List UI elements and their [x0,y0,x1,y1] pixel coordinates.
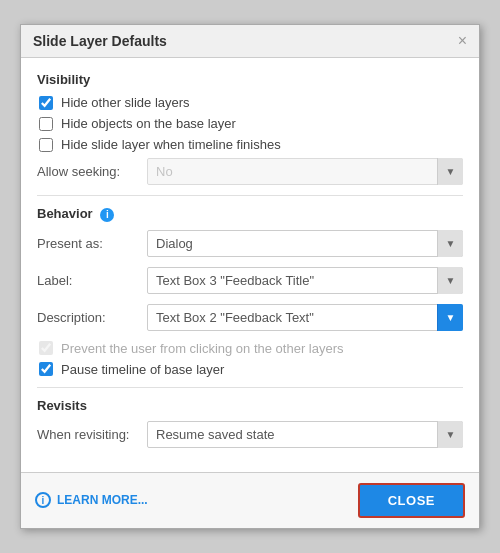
pause-timeline-label: Pause timeline of base layer [61,362,224,377]
description-control: Text Box 2 "Feedback Text" ▼ [147,304,463,331]
checkbox-row-pause-timeline: Pause timeline of base layer [37,362,463,377]
checkbox-row-hide-other: Hide other slide layers [37,95,463,110]
present-as-control: Dialog ▼ [147,230,463,257]
dialog-body: Visibility Hide other slide layers Hide … [21,58,479,472]
when-revisiting-control: Resume saved state ▼ [147,421,463,448]
present-as-select[interactable]: Dialog [147,230,463,257]
divider-1 [37,195,463,196]
allow-seeking-control: No ▼ [147,158,463,185]
hide-objects-label: Hide objects on the base layer [61,116,236,131]
behavior-section-title: Behavior i [37,206,463,222]
label-row: Label: Text Box 3 "Feedback Title" ▼ [37,267,463,294]
allow-seeking-label: Allow seeking: [37,164,147,179]
label-control: Text Box 3 "Feedback Title" ▼ [147,267,463,294]
when-revisiting-label: When revisiting: [37,427,147,442]
when-revisiting-select[interactable]: Resume saved state [147,421,463,448]
hide-when-timeline-label: Hide slide layer when timeline finishes [61,137,281,152]
dialog-header: Slide Layer Defaults × [21,25,479,58]
learn-more-info-icon: i [35,492,51,508]
prevent-clicking-checkbox[interactable] [39,341,53,355]
dialog-footer: i LEARN MORE... CLOSE [21,472,479,528]
close-x-button[interactable]: × [458,33,467,49]
present-as-label: Present as: [37,236,147,251]
prevent-clicking-label: Prevent the user from clicking on the ot… [61,341,344,356]
label-select[interactable]: Text Box 3 "Feedback Title" [147,267,463,294]
close-button[interactable]: CLOSE [358,483,465,518]
revisits-section-title: Revisits [37,398,463,413]
slide-layer-defaults-dialog: Slide Layer Defaults × Visibility Hide o… [20,24,480,529]
behavior-info-icon[interactable]: i [100,208,114,222]
hide-other-layers-label: Hide other slide layers [61,95,190,110]
checkbox-row-prevent-clicking: Prevent the user from clicking on the ot… [37,341,463,356]
present-as-row: Present as: Dialog ▼ [37,230,463,257]
dialog-title: Slide Layer Defaults [33,33,167,49]
allow-seeking-select[interactable]: No [147,158,463,185]
visibility-section-title: Visibility [37,72,463,87]
allow-seeking-row: Allow seeking: No ▼ [37,158,463,185]
description-select[interactable]: Text Box 2 "Feedback Text" [147,304,463,331]
hide-when-timeline-checkbox[interactable] [39,138,53,152]
description-row: Description: Text Box 2 "Feedback Text" … [37,304,463,331]
label-label: Label: [37,273,147,288]
learn-more-label: LEARN MORE... [57,493,148,507]
divider-2 [37,387,463,388]
hide-other-layers-checkbox[interactable] [39,96,53,110]
checkbox-row-hide-objects: Hide objects on the base layer [37,116,463,131]
learn-more-link[interactable]: i LEARN MORE... [35,492,148,508]
description-label: Description: [37,310,147,325]
hide-objects-checkbox[interactable] [39,117,53,131]
checkbox-row-hide-when-timeline: Hide slide layer when timeline finishes [37,137,463,152]
when-revisiting-row: When revisiting: Resume saved state ▼ [37,421,463,448]
pause-timeline-checkbox[interactable] [39,362,53,376]
